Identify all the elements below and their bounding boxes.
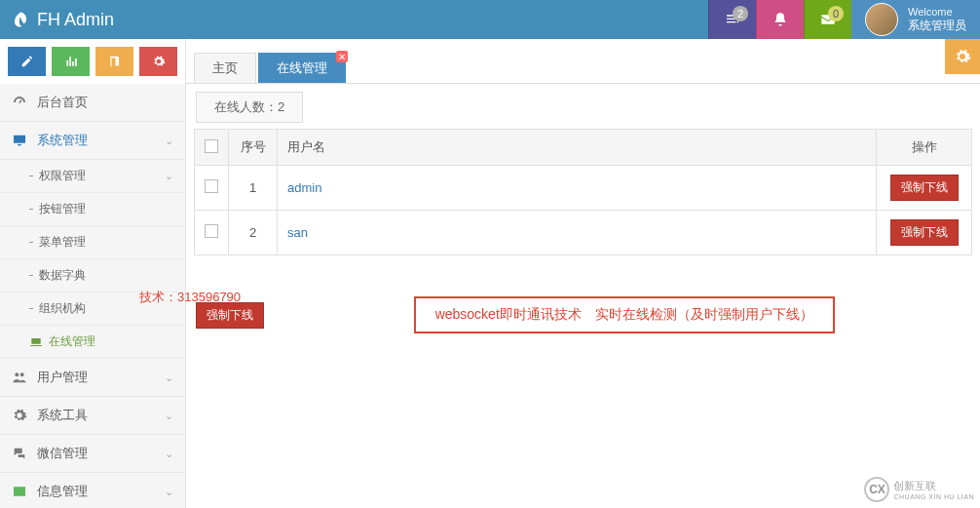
chevron-down-icon: ⌄ <box>165 448 173 460</box>
tab-online-manage[interactable]: 在线管理 ✕ <box>258 53 346 83</box>
bar-chart-icon <box>64 55 78 68</box>
online-count: 2 <box>278 99 284 114</box>
toolbar-row: 主页 在线管理 ✕ <box>0 39 980 84</box>
sidebar-label: 系统工具 <box>37 407 88 424</box>
monitor-icon <box>12 133 27 148</box>
sidebar-sub-dict[interactable]: 数据字典 <box>0 259 185 293</box>
app-header: FH Admin 2 0 Welcome 系统管理员 <box>0 0 980 39</box>
sidebar-label: 数据字典 <box>39 267 86 284</box>
sidebar-item-tools[interactable]: 系统工具 ⌄ <box>0 397 185 435</box>
user-link[interactable]: san <box>287 225 308 240</box>
gear-icon <box>12 408 27 423</box>
sidebar-label: 菜单管理 <box>39 234 86 251</box>
chevron-down-icon: ⌄ <box>165 371 173 384</box>
watermark: CX 创新互联 CHUANG XIN HU LIAN <box>864 477 974 502</box>
sidebar-label: 微信管理 <box>37 445 88 462</box>
force-offline-button[interactable]: 强制下线 <box>890 175 959 201</box>
col-seq: 序号 <box>229 130 278 166</box>
table-header-row: 序号 用户名 操作 <box>195 130 972 166</box>
mail-badge: 0 <box>828 6 844 21</box>
user-menu[interactable]: Welcome 系统管理员 <box>851 0 980 39</box>
page-settings-button[interactable] <box>945 39 980 74</box>
watermark-brand: 创新互联 <box>893 479 974 493</box>
chevron-down-icon: ⌄ <box>165 486 173 498</box>
tab-label: 在线管理 <box>277 60 327 75</box>
cell-seq: 1 <box>229 166 278 211</box>
bell-icon <box>773 12 788 27</box>
col-check <box>195 130 229 166</box>
pencil-icon <box>20 55 34 68</box>
welcome-label: Welcome <box>908 6 966 19</box>
main: 后台首页 系统管理 ⌄ 权限管理⌄ 按钮管理 菜单管理 数据字典 组织机构 在线… <box>0 84 980 508</box>
user-text: Welcome 系统管理员 <box>908 6 966 33</box>
card-icon <box>12 484 27 499</box>
avatar <box>865 3 898 36</box>
notifications-button[interactable] <box>756 0 804 39</box>
laptop-icon <box>29 335 43 349</box>
online-count-bar: 在线人数：2 <box>196 92 303 123</box>
sidebar-label: 用户管理 <box>37 369 88 386</box>
quick-actions <box>0 39 186 84</box>
brand-text: FH Admin <box>37 10 114 30</box>
chevron-down-icon: ⌄ <box>165 410 173 422</box>
sidebar-label: 按钮管理 <box>39 201 86 217</box>
content: 技术：313596790 在线人数：2 序号 用户名 操作 1 admin 强制… <box>186 84 980 508</box>
sidebar-item-system[interactable]: 系统管理 ⌄ <box>0 122 185 160</box>
sidebar-sub-permission[interactable]: 权限管理⌄ <box>0 160 185 193</box>
checkbox-all[interactable] <box>205 139 218 153</box>
row-checkbox[interactable] <box>205 224 218 238</box>
chevron-down-icon: ⌄ <box>165 170 173 182</box>
table-row: 2 san 强制下线 <box>195 211 972 255</box>
chevron-down-icon: ⌄ <box>165 135 173 147</box>
book-button[interactable] <box>95 47 133 76</box>
websocket-banner: websocket即时通讯技术 实时在线检测（及时强制用户下线） <box>414 296 835 333</box>
sidebar-label: 组织机构 <box>39 300 86 317</box>
online-users-table: 序号 用户名 操作 1 admin 强制下线 2 san 强制下线 <box>194 129 972 255</box>
sidebar-label: 后台首页 <box>37 94 88 111</box>
sidebar-sub-menu[interactable]: 菜单管理 <box>0 226 185 259</box>
tech-note: 技术：313596790 <box>139 289 241 306</box>
sidebar-sub-button[interactable]: 按钮管理 <box>0 193 185 226</box>
sidebar-item-user[interactable]: 用户管理 ⌄ <box>0 359 185 397</box>
gear-icon <box>152 55 166 68</box>
sidebar-item-dashboard[interactable]: 后台首页 <box>0 84 185 122</box>
settings-button[interactable] <box>139 47 177 76</box>
online-label: 在线人数： <box>214 99 278 114</box>
header-actions: 2 0 Welcome 系统管理员 <box>708 0 980 39</box>
brand: FH Admin <box>0 10 708 30</box>
watermark-sub: CHUANG XIN HU LIAN <box>893 493 974 500</box>
sidebar-label: 系统管理 <box>37 132 88 149</box>
sidebar-item-info[interactable]: 信息管理 ⌄ <box>0 473 185 508</box>
leaf-icon <box>12 11 29 28</box>
sidebar-label: 在线管理 <box>49 333 95 350</box>
table-row: 1 admin 强制下线 <box>195 166 972 211</box>
watermark-logo: CX <box>864 477 889 502</box>
tabs: 主页 在线管理 ✕ <box>186 39 980 84</box>
edit-button[interactable] <box>8 47 46 76</box>
comments-icon <box>12 446 27 461</box>
col-username: 用户名 <box>278 130 877 166</box>
gear-icon <box>954 48 971 65</box>
book-icon <box>108 55 122 68</box>
stats-button[interactable] <box>52 47 90 76</box>
cell-seq: 2 <box>229 211 278 255</box>
user-link[interactable]: admin <box>287 180 321 195</box>
user-role: 系统管理员 <box>908 19 966 32</box>
row-checkbox[interactable] <box>205 179 218 193</box>
sidebar-sub-online[interactable]: 在线管理 <box>0 326 185 359</box>
force-offline-bulk-button[interactable]: 强制下线 <box>196 302 264 329</box>
tasks-badge: 2 <box>733 6 748 21</box>
users-icon <box>12 370 27 385</box>
close-icon[interactable]: ✕ <box>336 51 348 62</box>
sidebar-item-wechat[interactable]: 微信管理 ⌄ <box>0 435 185 473</box>
force-offline-button[interactable]: 强制下线 <box>890 219 959 246</box>
sidebar-label: 信息管理 <box>37 483 88 500</box>
tab-home[interactable]: 主页 <box>194 53 256 83</box>
sidebar-label: 权限管理 <box>39 168 86 184</box>
col-action: 操作 <box>877 130 972 166</box>
tasks-button[interactable]: 2 <box>708 0 756 39</box>
dashboard-icon <box>12 95 27 110</box>
mail-button[interactable]: 0 <box>804 0 851 39</box>
